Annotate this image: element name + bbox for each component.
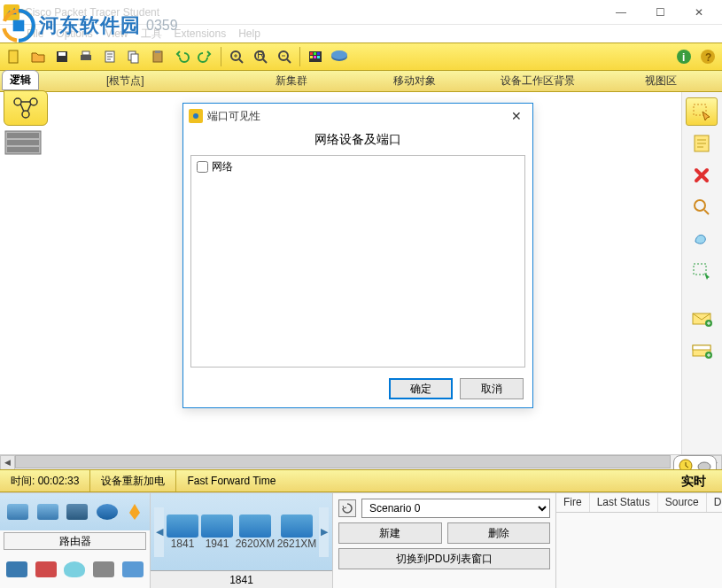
device-dialog-button[interactable] xyxy=(329,46,350,67)
scenario-delete-button[interactable]: 删除 xyxy=(447,522,551,544)
end-devices-category-icon[interactable] xyxy=(6,561,27,577)
logic-tab[interactable]: 逻辑 xyxy=(2,70,39,90)
dialog-footer: 确定 取消 xyxy=(183,371,532,399)
dialog-ok-button[interactable]: 确定 xyxy=(389,378,453,399)
time-bar: 时间: 00:02:33 设备重新加电 Fast Forward Time 实时 xyxy=(0,469,722,492)
toggle-pdu-list-button[interactable]: 切换到PDU列表窗口 xyxy=(338,548,550,569)
menu-file[interactable]: File xyxy=(27,27,43,40)
svg-rect-20 xyxy=(310,56,313,58)
dialog-close-button[interactable]: ✕ xyxy=(506,109,527,123)
th-fire[interactable]: Fire xyxy=(556,493,590,512)
dialog-cancel-button[interactable]: 取消 xyxy=(460,378,524,399)
menu-options[interactable]: Options xyxy=(56,27,92,40)
delete-tool[interactable] xyxy=(686,161,718,190)
dialog-title: 端口可见性 xyxy=(207,109,506,124)
palette-button[interactable] xyxy=(305,46,326,67)
pdu-table-header: Fire Last Status Source Destination xyxy=(556,493,722,513)
simple-pdu-tool[interactable] xyxy=(686,305,718,333)
open-file-button[interactable] xyxy=(27,46,49,67)
svg-rect-9 xyxy=(131,54,138,63)
realtime-tab-label[interactable]: 实时 xyxy=(681,474,706,490)
device-item-0[interactable]: 1841 xyxy=(167,514,198,550)
undo-button[interactable] xyxy=(171,46,192,67)
scenario-new-button[interactable]: 新建 xyxy=(338,522,442,544)
svg-rect-19 xyxy=(317,52,320,55)
menu-help[interactable]: Help xyxy=(238,27,260,40)
th-destination[interactable]: Destination xyxy=(707,493,722,512)
copy-button[interactable] xyxy=(123,46,144,67)
info-button[interactable]: i xyxy=(673,46,695,67)
svg-point-31 xyxy=(22,111,29,118)
zoom-out-button[interactable] xyxy=(274,46,295,67)
redo-button[interactable] xyxy=(195,46,216,67)
fast-forward-button[interactable]: Fast Forward Time xyxy=(176,470,286,491)
svg-text:i: i xyxy=(682,51,685,64)
th-source[interactable]: Source xyxy=(658,493,707,512)
scroll-track[interactable] xyxy=(15,455,707,470)
security-category-icon[interactable] xyxy=(35,561,57,577)
hubs-category-icon[interactable] xyxy=(66,504,88,520)
svg-rect-17 xyxy=(310,52,313,55)
power-cycle-button[interactable]: 设备重新加电 xyxy=(90,470,176,491)
new-file-button[interactable] xyxy=(4,46,25,67)
device-item-3[interactable]: 2621XM xyxy=(277,514,316,550)
wizard-button[interactable] xyxy=(99,46,120,67)
scroll-thumb[interactable] xyxy=(15,455,671,468)
svg-rect-4 xyxy=(58,52,66,56)
wireless-category-icon[interactable] xyxy=(97,504,118,520)
root-node-label[interactable]: [根节点] xyxy=(106,74,229,89)
cluster-icon[interactable] xyxy=(4,129,43,156)
scenario-select[interactable]: Scenario 0 xyxy=(361,499,550,518)
viewport-button[interactable]: 视图区 xyxy=(599,74,722,89)
switches-category-icon[interactable] xyxy=(37,504,58,520)
window-maximize-button[interactable]: ☐ xyxy=(640,0,679,25)
workspace-background-button[interactable]: 设备工作区背景 xyxy=(476,74,599,89)
zoom-reset-button[interactable]: R xyxy=(250,46,271,67)
right-toolbar xyxy=(681,92,722,454)
network-checkbox[interactable] xyxy=(197,161,208,173)
zoom-in-button[interactable] xyxy=(226,46,247,67)
scroll-left-button[interactable]: ◀ xyxy=(0,455,15,470)
window-titlebar: Cisco Packet Tracer Student — ☐ ✕ xyxy=(0,0,722,25)
window-minimize-button[interactable]: — xyxy=(602,0,640,25)
resize-tool[interactable] xyxy=(686,257,718,285)
svg-rect-18 xyxy=(314,52,316,55)
inspect-tool[interactable] xyxy=(686,193,718,221)
custom-category-icon[interactable] xyxy=(93,561,114,577)
menu-tools[interactable]: 工具 xyxy=(141,27,162,42)
device-scroll-left[interactable]: ◀ xyxy=(154,507,164,557)
device-scroll-row: ◀ 1841 1941 2620XM 2621XM ▶ xyxy=(151,493,332,570)
help-button[interactable]: ? xyxy=(697,46,718,67)
routers-category-icon[interactable] xyxy=(7,504,28,520)
select-tool[interactable] xyxy=(686,97,718,126)
multiuser-category-icon[interactable] xyxy=(122,561,144,577)
connections-category-icon[interactable] xyxy=(127,502,143,522)
move-object-button[interactable]: 移动对象 xyxy=(353,74,476,89)
device-scroll-right[interactable]: ▶ xyxy=(319,507,329,557)
paste-button[interactable] xyxy=(147,46,168,67)
save-button[interactable] xyxy=(51,46,73,67)
wan-category-icon[interactable] xyxy=(64,561,85,577)
device-item-1[interactable]: 1941 xyxy=(201,514,233,550)
horizontal-scrollbar[interactable]: ◀ ▶ xyxy=(0,454,722,469)
window-close-button[interactable]: ✕ xyxy=(679,0,718,25)
svg-point-40 xyxy=(695,200,705,211)
new-cluster-button[interactable]: 新集群 xyxy=(229,74,353,89)
menu-view[interactable]: View xyxy=(105,27,128,40)
print-button[interactable] xyxy=(75,46,97,67)
draw-shape-tool[interactable] xyxy=(686,225,718,253)
network-checkbox-row[interactable]: 网络 xyxy=(197,159,519,174)
svg-point-37 xyxy=(193,113,198,119)
menu-extensions[interactable]: Extensions xyxy=(175,27,227,40)
device-item-2[interactable]: 2620XM xyxy=(236,514,275,550)
svg-rect-41 xyxy=(694,264,706,275)
dialog-titlebar[interactable]: 端口可见性 ✕ xyxy=(183,104,532,128)
workspace-canvas[interactable]: 端口可见性 ✕ 网络设备及端口 网络 确定 取消 xyxy=(48,92,681,454)
svg-text:R: R xyxy=(257,49,265,61)
th-last-status[interactable]: Last Status xyxy=(590,493,658,512)
note-tool[interactable] xyxy=(686,129,718,158)
complex-pdu-tool[interactable] xyxy=(686,337,718,365)
menu-bar: File Options View 工具 Extensions Help xyxy=(0,25,722,43)
scenario-cycle-button[interactable] xyxy=(338,499,356,517)
logical-view-icon[interactable] xyxy=(4,90,48,126)
